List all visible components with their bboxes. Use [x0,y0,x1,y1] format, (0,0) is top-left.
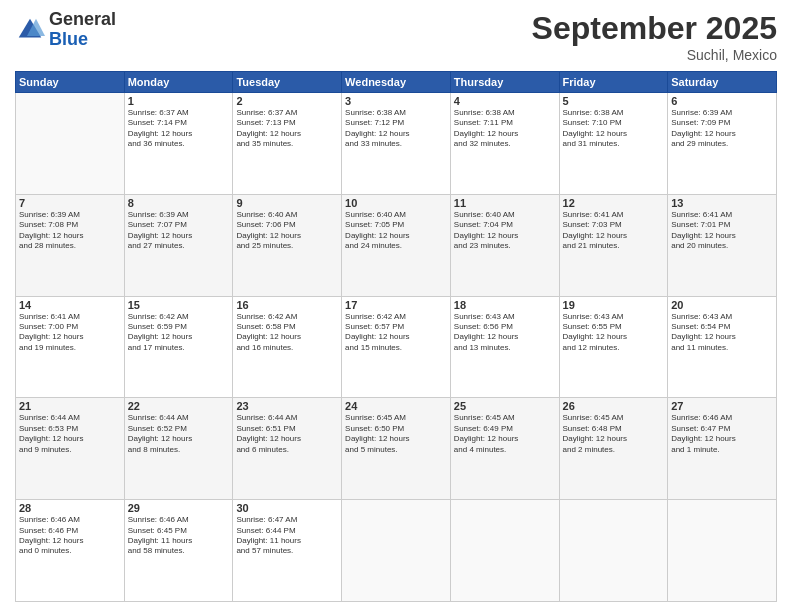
calendar-week-5: 28Sunrise: 6:46 AM Sunset: 6:46 PM Dayli… [16,500,777,602]
cell-date-number: 22 [128,400,230,412]
cell-info-text: Sunrise: 6:43 AM Sunset: 6:55 PM Dayligh… [563,312,665,354]
cell-info-text: Sunrise: 6:39 AM Sunset: 7:07 PM Dayligh… [128,210,230,252]
calendar-cell: 4Sunrise: 6:38 AM Sunset: 7:11 PM Daylig… [450,93,559,195]
logo-text: General Blue [49,10,116,50]
cell-date-number: 13 [671,197,773,209]
calendar-week-2: 7Sunrise: 6:39 AM Sunset: 7:08 PM Daylig… [16,194,777,296]
calendar-cell: 12Sunrise: 6:41 AM Sunset: 7:03 PM Dayli… [559,194,668,296]
calendar-cell: 18Sunrise: 6:43 AM Sunset: 6:56 PM Dayli… [450,296,559,398]
calendar-cell: 23Sunrise: 6:44 AM Sunset: 6:51 PM Dayli… [233,398,342,500]
calendar-cell: 5Sunrise: 6:38 AM Sunset: 7:10 PM Daylig… [559,93,668,195]
cell-info-text: Sunrise: 6:46 AM Sunset: 6:47 PM Dayligh… [671,413,773,455]
calendar-cell: 21Sunrise: 6:44 AM Sunset: 6:53 PM Dayli… [16,398,125,500]
cell-date-number: 16 [236,299,338,311]
calendar-cell: 29Sunrise: 6:46 AM Sunset: 6:45 PM Dayli… [124,500,233,602]
cell-date-number: 29 [128,502,230,514]
calendar-cell: 2Sunrise: 6:37 AM Sunset: 7:13 PM Daylig… [233,93,342,195]
month-title: September 2025 [532,10,777,47]
cell-date-number: 8 [128,197,230,209]
calendar-cell [559,500,668,602]
cell-info-text: Sunrise: 6:43 AM Sunset: 6:54 PM Dayligh… [671,312,773,354]
cell-info-text: Sunrise: 6:42 AM Sunset: 6:59 PM Dayligh… [128,312,230,354]
cell-date-number: 4 [454,95,556,107]
calendar-table: SundayMondayTuesdayWednesdayThursdayFrid… [15,71,777,602]
weekday-header-wednesday: Wednesday [342,72,451,93]
cell-date-number: 30 [236,502,338,514]
calendar-cell: 9Sunrise: 6:40 AM Sunset: 7:06 PM Daylig… [233,194,342,296]
cell-date-number: 28 [19,502,121,514]
cell-info-text: Sunrise: 6:43 AM Sunset: 6:56 PM Dayligh… [454,312,556,354]
calendar-cell: 14Sunrise: 6:41 AM Sunset: 7:00 PM Dayli… [16,296,125,398]
cell-info-text: Sunrise: 6:45 AM Sunset: 6:48 PM Dayligh… [563,413,665,455]
cell-info-text: Sunrise: 6:44 AM Sunset: 6:51 PM Dayligh… [236,413,338,455]
cell-info-text: Sunrise: 6:40 AM Sunset: 7:05 PM Dayligh… [345,210,447,252]
cell-info-text: Sunrise: 6:37 AM Sunset: 7:14 PM Dayligh… [128,108,230,150]
calendar-cell: 24Sunrise: 6:45 AM Sunset: 6:50 PM Dayli… [342,398,451,500]
calendar-week-4: 21Sunrise: 6:44 AM Sunset: 6:53 PM Dayli… [16,398,777,500]
logo: General Blue [15,10,116,50]
calendar-cell: 16Sunrise: 6:42 AM Sunset: 6:58 PM Dayli… [233,296,342,398]
cell-info-text: Sunrise: 6:42 AM Sunset: 6:57 PM Dayligh… [345,312,447,354]
cell-info-text: Sunrise: 6:46 AM Sunset: 6:46 PM Dayligh… [19,515,121,557]
weekday-header-tuesday: Tuesday [233,72,342,93]
calendar-cell: 30Sunrise: 6:47 AM Sunset: 6:44 PM Dayli… [233,500,342,602]
calendar-cell [342,500,451,602]
calendar-cell: 17Sunrise: 6:42 AM Sunset: 6:57 PM Dayli… [342,296,451,398]
cell-info-text: Sunrise: 6:46 AM Sunset: 6:45 PM Dayligh… [128,515,230,557]
cell-info-text: Sunrise: 6:41 AM Sunset: 7:00 PM Dayligh… [19,312,121,354]
cell-date-number: 24 [345,400,447,412]
cell-date-number: 26 [563,400,665,412]
cell-info-text: Sunrise: 6:44 AM Sunset: 6:52 PM Dayligh… [128,413,230,455]
logo-general: General [49,9,116,29]
cell-date-number: 9 [236,197,338,209]
cell-info-text: Sunrise: 6:38 AM Sunset: 7:10 PM Dayligh… [563,108,665,150]
cell-info-text: Sunrise: 6:45 AM Sunset: 6:49 PM Dayligh… [454,413,556,455]
cell-date-number: 11 [454,197,556,209]
cell-info-text: Sunrise: 6:38 AM Sunset: 7:11 PM Dayligh… [454,108,556,150]
cell-info-text: Sunrise: 6:38 AM Sunset: 7:12 PM Dayligh… [345,108,447,150]
cell-info-text: Sunrise: 6:45 AM Sunset: 6:50 PM Dayligh… [345,413,447,455]
cell-info-text: Sunrise: 6:39 AM Sunset: 7:09 PM Dayligh… [671,108,773,150]
calendar-cell: 11Sunrise: 6:40 AM Sunset: 7:04 PM Dayli… [450,194,559,296]
cell-info-text: Sunrise: 6:40 AM Sunset: 7:06 PM Dayligh… [236,210,338,252]
page: General Blue September 2025 Suchil, Mexi… [0,0,792,612]
cell-date-number: 23 [236,400,338,412]
cell-info-text: Sunrise: 6:44 AM Sunset: 6:53 PM Dayligh… [19,413,121,455]
calendar-cell: 22Sunrise: 6:44 AM Sunset: 6:52 PM Dayli… [124,398,233,500]
calendar-cell: 3Sunrise: 6:38 AM Sunset: 7:12 PM Daylig… [342,93,451,195]
cell-date-number: 2 [236,95,338,107]
cell-info-text: Sunrise: 6:37 AM Sunset: 7:13 PM Dayligh… [236,108,338,150]
cell-date-number: 5 [563,95,665,107]
logo-icon [15,15,45,45]
cell-info-text: Sunrise: 6:41 AM Sunset: 7:03 PM Dayligh… [563,210,665,252]
cell-date-number: 6 [671,95,773,107]
calendar-header-row: SundayMondayTuesdayWednesdayThursdayFrid… [16,72,777,93]
cell-date-number: 21 [19,400,121,412]
calendar-cell: 8Sunrise: 6:39 AM Sunset: 7:07 PM Daylig… [124,194,233,296]
cell-date-number: 14 [19,299,121,311]
weekday-header-friday: Friday [559,72,668,93]
calendar-cell: 15Sunrise: 6:42 AM Sunset: 6:59 PM Dayli… [124,296,233,398]
cell-date-number: 10 [345,197,447,209]
cell-date-number: 1 [128,95,230,107]
calendar-cell: 10Sunrise: 6:40 AM Sunset: 7:05 PM Dayli… [342,194,451,296]
weekday-header-sunday: Sunday [16,72,125,93]
cell-info-text: Sunrise: 6:42 AM Sunset: 6:58 PM Dayligh… [236,312,338,354]
cell-date-number: 25 [454,400,556,412]
location-subtitle: Suchil, Mexico [532,47,777,63]
calendar-week-3: 14Sunrise: 6:41 AM Sunset: 7:00 PM Dayli… [16,296,777,398]
calendar-cell: 7Sunrise: 6:39 AM Sunset: 7:08 PM Daylig… [16,194,125,296]
cell-date-number: 17 [345,299,447,311]
calendar-cell: 27Sunrise: 6:46 AM Sunset: 6:47 PM Dayli… [668,398,777,500]
calendar-cell: 20Sunrise: 6:43 AM Sunset: 6:54 PM Dayli… [668,296,777,398]
calendar-cell: 6Sunrise: 6:39 AM Sunset: 7:09 PM Daylig… [668,93,777,195]
weekday-header-saturday: Saturday [668,72,777,93]
calendar-cell: 25Sunrise: 6:45 AM Sunset: 6:49 PM Dayli… [450,398,559,500]
calendar-cell: 28Sunrise: 6:46 AM Sunset: 6:46 PM Dayli… [16,500,125,602]
calendar-cell: 26Sunrise: 6:45 AM Sunset: 6:48 PM Dayli… [559,398,668,500]
cell-info-text: Sunrise: 6:40 AM Sunset: 7:04 PM Dayligh… [454,210,556,252]
calendar-cell: 19Sunrise: 6:43 AM Sunset: 6:55 PM Dayli… [559,296,668,398]
calendar-cell [16,93,125,195]
cell-date-number: 15 [128,299,230,311]
weekday-header-monday: Monday [124,72,233,93]
